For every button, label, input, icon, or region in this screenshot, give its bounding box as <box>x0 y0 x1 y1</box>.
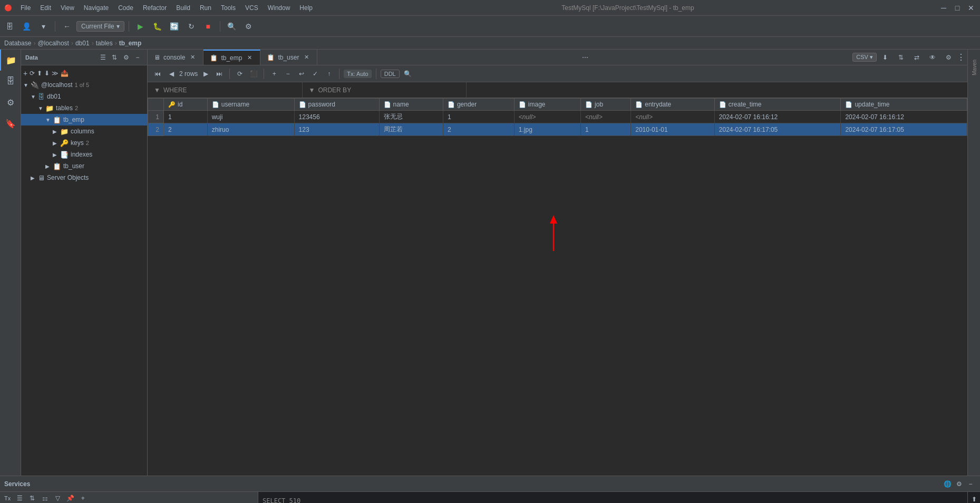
tree-item-localhost[interactable]: ▼ 🔌 @localhost 1 of 5 <box>21 79 147 91</box>
add-row-btn[interactable]: + <box>268 68 280 80</box>
current-file-btn[interactable]: Current File ▾ <box>76 21 124 32</box>
collapse-btn[interactable]: ⬆ <box>37 70 42 77</box>
sort2-btn[interactable]: ⇅ <box>894 50 908 65</box>
database-icon[interactable]: 🗄 <box>0 71 21 92</box>
nav-next-btn[interactable]: ▶ <box>200 68 211 80</box>
back-btn[interactable]: ← <box>60 19 74 34</box>
cell-2-create-time[interactable]: 2024-02-07 16:17:05 <box>714 123 841 136</box>
log-scroll-top[interactable]: ⬆ <box>969 494 979 503</box>
download-btn[interactable]: ⬇ <box>878 50 892 65</box>
cell-1-entrydate[interactable]: <null> <box>631 111 715 123</box>
refresh-btn[interactable]: ⟳ <box>30 70 35 77</box>
settings-btn[interactable]: ⚙ <box>241 19 256 34</box>
col-entrydate-header[interactable]: 📄entrydate <box>631 99 715 111</box>
cell-2-image[interactable]: 1.jpg <box>514 123 580 136</box>
menu-navigate[interactable]: Navigate <box>80 3 113 13</box>
breadcrumb-tables[interactable]: tables <box>96 40 113 47</box>
more-btn[interactable]: ≫ <box>52 70 59 77</box>
expand-btn[interactable]: ⬇ <box>44 70 50 77</box>
menu-refactor[interactable]: Refactor <box>139 3 171 13</box>
tb-user-tab-close[interactable]: ✕ <box>302 53 311 62</box>
col-create-time-header[interactable]: 📄create_time <box>714 99 841 111</box>
tab-tb-user[interactable]: 📋 tb_user ✕ <box>260 50 317 65</box>
export-btn[interactable]: 📤 <box>61 70 69 77</box>
tab-console[interactable]: 🖥 console ✕ <box>148 50 203 65</box>
console-tab-close[interactable]: ✕ <box>188 53 197 62</box>
col-gender-header[interactable]: 📄gender <box>443 99 514 111</box>
tree-item-keys[interactable]: ▶ 🔑 keys 2 <box>21 137 147 149</box>
panel-group-btn[interactable]: ☰ <box>98 52 108 63</box>
tree-item-tables[interactable]: ▼ 📁 tables 2 <box>21 102 147 114</box>
cell-2-entrydate[interactable]: 2010-01-01 <box>631 123 715 136</box>
cell-2-username[interactable]: zhiruo <box>207 123 294 136</box>
srv-align-btn[interactable]: ☰ <box>14 492 25 503</box>
col-image-header[interactable]: 📄image <box>514 99 580 111</box>
srv-pin-btn[interactable]: 📌 <box>64 492 76 503</box>
refresh2-btn[interactable]: ⟳ <box>234 68 246 80</box>
cell-1-create-time[interactable]: 2024-02-07 16:16:12 <box>714 111 841 123</box>
breadcrumb-database[interactable]: Database <box>4 40 31 47</box>
nav-first-btn[interactable]: ⏮ <box>152 68 163 80</box>
project-icon[interactable]: 📁 <box>0 50 21 71</box>
cell-2-update-time[interactable]: 2024-02-07 16:17:05 <box>841 123 967 136</box>
coverage-btn[interactable]: 🔄 <box>167 19 182 34</box>
tree-item-tb-user[interactable]: ▶ 📋 tb_user <box>21 160 147 172</box>
cell-1-gender[interactable]: 1 <box>443 111 514 123</box>
breadcrumb-db01[interactable]: db01 <box>75 40 90 47</box>
col-job-header[interactable]: 📄job <box>581 99 631 111</box>
col-username-header[interactable]: 📄username <box>207 99 294 111</box>
panel-sort-btn[interactable]: ⇅ <box>109 52 120 63</box>
maximize-button[interactable]: □ <box>953 3 962 13</box>
cell-2-job[interactable]: 1 <box>581 123 631 136</box>
menu-view[interactable]: View <box>56 3 79 13</box>
order-input[interactable] <box>354 86 460 94</box>
cell-1-job[interactable]: <null> <box>581 111 631 123</box>
services-globe-btn[interactable]: 🌐 <box>942 479 953 489</box>
delete-row-btn[interactable]: − <box>282 68 294 80</box>
menu-help[interactable]: Help <box>295 3 317 13</box>
menu-build[interactable]: Build <box>172 3 195 13</box>
cell-1-password[interactable]: 123456 <box>294 111 379 123</box>
search2-btn[interactable]: 🔍 <box>402 67 414 80</box>
col-name-header[interactable]: 📄name <box>379 99 443 111</box>
minimize-button[interactable]: ─ <box>939 3 948 13</box>
cell-1-image[interactable]: <null> <box>514 111 580 123</box>
run-btn[interactable]: ▶ <box>133 19 148 34</box>
cell-1-id[interactable]: 1 <box>164 111 208 123</box>
breadcrumb-host[interactable]: @localhost <box>37 40 69 47</box>
breadcrumb-tb-emp[interactable]: tb_emp <box>119 40 142 47</box>
services-close-btn[interactable]: − <box>965 479 976 489</box>
cell-1-update-time[interactable]: 2024-02-07 16:16:12 <box>841 111 967 123</box>
maven-icon[interactable]: Maven <box>969 62 979 73</box>
structure-icon[interactable]: ⚙ <box>0 92 21 113</box>
cell-2-gender[interactable]: 2 <box>443 123 514 136</box>
menu-edit[interactable]: Edit <box>36 3 55 13</box>
menu-tools[interactable]: Tools <box>217 3 240 13</box>
stop2-btn[interactable]: ⬛ <box>248 68 259 80</box>
tb-emp-tab-close[interactable]: ✕ <box>245 54 254 62</box>
tab-tb-emp[interactable]: 📋 tb_emp ✕ <box>203 50 260 65</box>
tree-item-indexes[interactable]: ▶ 📑 indexes <box>21 149 147 160</box>
menu-run[interactable]: Run <box>196 3 216 13</box>
search-btn[interactable]: 🔍 <box>225 19 239 34</box>
srv-add-btn[interactable]: + <box>77 492 89 503</box>
cell-2-name[interactable]: 周芷若 <box>379 123 443 136</box>
panel-settings-btn[interactable]: ⚙ <box>121 52 131 63</box>
stop-btn[interactable]: ■ <box>201 19 216 34</box>
nav-last-btn[interactable]: ⏭ <box>214 68 225 80</box>
close-button[interactable]: ✕ <box>966 3 976 13</box>
col-password-header[interactable]: 📄password <box>294 99 379 111</box>
revert-btn[interactable]: ↩ <box>296 68 307 80</box>
debug-btn[interactable]: 🐛 <box>150 19 165 34</box>
menu-code[interactable]: Code <box>114 3 138 13</box>
srv-filter-btn[interactable]: ▽ <box>52 492 63 503</box>
srv-group-btn[interactable]: ⚏ <box>39 492 51 503</box>
nav-prev-btn[interactable]: ◀ <box>166 68 177 80</box>
services-settings-btn[interactable]: ⚙ <box>954 479 964 489</box>
panel-close-btn[interactable]: − <box>132 52 143 63</box>
eye-btn[interactable]: 👁 <box>925 50 940 65</box>
col-update-time-header[interactable]: 📄update_time <box>841 99 967 111</box>
csv-export-btn[interactable]: CSV ▾ <box>852 53 877 62</box>
up2-btn[interactable]: ↑ <box>323 68 335 80</box>
add-connection-btn[interactable]: + <box>23 69 27 78</box>
